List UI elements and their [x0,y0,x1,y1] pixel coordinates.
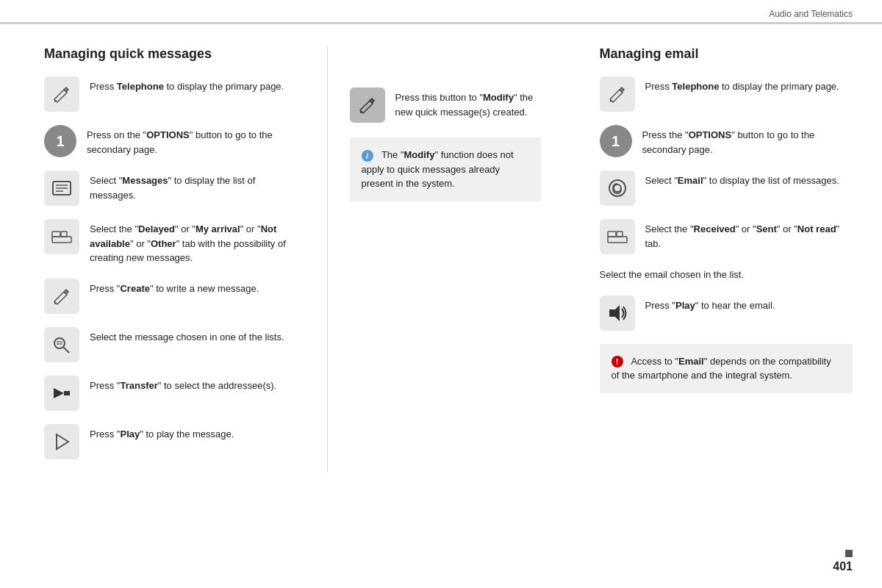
step-row: Select the "Received" or "Sent" or "Not … [600,219,853,254]
step-text: Select the message chosen in one of the … [90,327,298,345]
step-text: Select "Messages" to display the list of… [90,171,298,202]
svg-rect-6 [61,232,67,237]
page-square [845,550,853,557]
step-row: Select the "Delayed" or "My arrival" or … [44,219,298,265]
step-row: Press "Create" to write a new message. [44,279,298,314]
step-row: Select "Email" to display the list of me… [600,171,853,206]
step-row: Select "Messages" to display the list of… [44,171,298,206]
step-text: Press Telephone to display the primary p… [90,76,298,94]
left-heading: Managing quick messages [44,46,298,62]
svg-rect-12 [64,391,70,395]
step-text: Press "Play" to play the message. [90,424,298,442]
svg-point-7 [54,338,65,348]
magnify-icon [44,327,79,362]
svg-rect-16 [608,232,616,237]
left-section: Managing quick messages Press Telephone … [44,46,328,473]
svg-line-8 [63,347,69,353]
email-warning-box: Access to "Email" depends on the compati… [600,344,853,393]
right-section: Managing email Press Telephone to displa… [563,46,853,473]
messages-icon [44,171,79,206]
svg-marker-19 [609,305,620,321]
pencil-icon [600,76,635,112]
right-heading: Managing email [600,46,853,62]
footer: 401 [833,550,853,573]
step-row: Press Telephone to display the primary p… [600,76,853,112]
step-text: Press this button to "Modify" the new qu… [395,87,541,119]
tabs-icon [600,219,635,254]
header: Audio and Telematics [0,0,882,24]
step-row: Press "Play" to hear the email. [600,295,853,331]
step-text: Select the "Received" or "Sent" or "Not … [645,219,853,251]
arrow-right-icon [44,376,79,411]
svg-marker-13 [57,434,68,449]
select-email-line: Select the email chosen in the list. [600,268,853,282]
step-row: Select the message chosen in one of the … [44,327,298,362]
tabs-icon [44,219,79,254]
svg-rect-17 [608,237,627,243]
pencil-icon [44,76,79,112]
middle-section: Press this button to "Modify" the new qu… [328,46,563,473]
modify-note-box: The "Modify" function does not apply to … [350,137,541,201]
step-text: Press the "OPTIONS" button to go to the … [642,125,853,157]
modify-step-row: Press this button to "Modify" the new qu… [350,87,541,123]
svg-marker-11 [54,388,64,398]
modify-pencil-icon [350,87,385,123]
step-text: Press "Transfer" to select the addressee… [90,376,298,393]
step-text: Press "Play" to hear the email. [645,295,853,313]
pencil-icon [44,279,79,314]
number-1-icon: 1 [44,125,76,157]
warning-text: Access to "Email" depends on the compati… [612,356,831,381]
at-icon [600,171,635,206]
svg-rect-4 [52,232,60,237]
step-row: Press "Play" to play the message. [44,424,298,459]
speaker-icon [600,295,635,331]
step-row: Press "Transfer" to select the addressee… [44,376,298,411]
header-title: Audio and Telematics [769,9,853,19]
note-text: The "Modify" function does not apply to … [362,149,514,189]
svg-rect-18 [617,232,623,237]
step-text: Press on the "OPTIONS" button to go to t… [87,125,298,157]
step-row: 1 Press on the "OPTIONS" button to go to… [44,125,298,157]
step-row: Press Telephone to display the primary p… [44,76,298,112]
step-row: 1 Press the "OPTIONS" button to go to th… [600,125,853,157]
step-text: Press Telephone to display the primary p… [645,76,853,94]
play-icon [44,424,79,459]
number-1-icon: 1 [600,125,632,157]
step-text: Press "Create" to write a new message. [90,279,298,296]
svg-rect-5 [52,237,71,243]
step-text: Select "Email" to display the list of me… [645,171,853,188]
step-text: Select the "Delayed" or "My arrival" or … [90,219,298,265]
page-number: 401 [833,560,853,573]
